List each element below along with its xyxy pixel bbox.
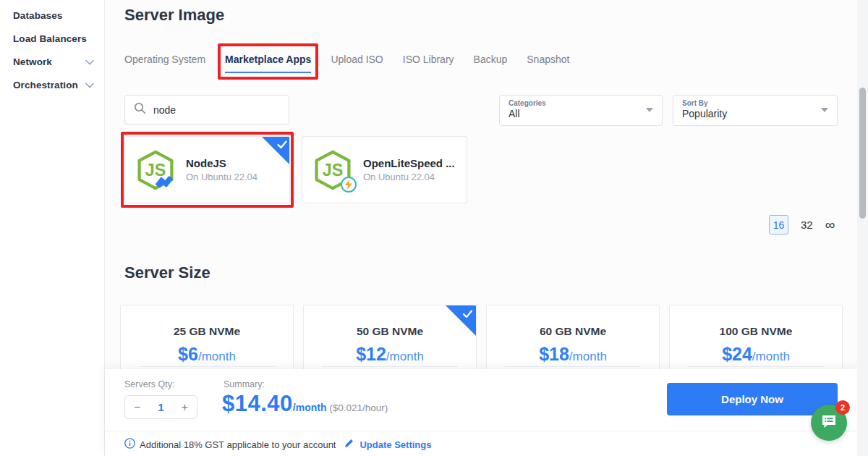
page-size-32[interactable]: 32: [801, 219, 813, 231]
plan-price: $12/month: [304, 344, 476, 365]
page-size-16[interactable]: 16: [769, 215, 788, 235]
categories-value: All: [509, 108, 653, 119]
deploy-summary-bar: Servers Qty: − 1 + Summary: $14.40/month…: [105, 369, 868, 456]
sidebar-item-databases[interactable]: Databases: [13, 7, 104, 23]
divider: [105, 431, 868, 431]
plan-storage: 60 GB NVMe: [487, 325, 659, 338]
plan-storage: 100 GB NVMe: [670, 325, 842, 338]
sort-by-select[interactable]: Sort By Popularity: [673, 95, 838, 126]
summary-label: Summary:: [224, 379, 265, 389]
app-card-titles: OpenLiteSpeed ... On Ubuntu 22.04: [363, 157, 455, 182]
divider: [505, 366, 641, 367]
nodejs-logo-icon: JS: [135, 149, 176, 191]
tab-operating-system[interactable]: Operating System: [124, 54, 205, 73]
check-icon: [462, 310, 473, 318]
gst-note-row: Additional 18% GST applicable to your ac…: [124, 438, 431, 451]
selected-check-ribbon: [446, 305, 476, 336]
plan-period: /month: [752, 350, 790, 363]
info-icon: [124, 438, 135, 451]
sidebar-item-orchestration[interactable]: Orchestration: [13, 77, 104, 93]
chevron-down-icon: [85, 56, 94, 67]
qty-decrease-button[interactable]: −: [134, 401, 140, 414]
sidebar-item-network[interactable]: Network: [13, 54, 104, 69]
divider: [688, 366, 824, 367]
categories-label: Categories: [509, 99, 653, 107]
svg-text:JS: JS: [323, 161, 344, 180]
summary-price-period: /month: [293, 402, 327, 413]
page-title: Server Image: [124, 6, 224, 25]
sidebar-item-label: Orchestration: [13, 80, 78, 90]
plan-amount: $24: [722, 344, 752, 364]
scrollbar-thumb[interactable]: [859, 88, 866, 219]
qty-increase-button[interactable]: +: [182, 401, 188, 414]
app-name: NodeJS: [186, 157, 258, 169]
qty-value: 1: [158, 401, 163, 413]
chevron-down-icon: [821, 108, 828, 112]
deploy-now-button[interactable]: Deploy Now: [667, 383, 838, 415]
divider: [322, 366, 458, 367]
chat-widget-button[interactable]: 2: [811, 405, 847, 441]
tab-upload-iso[interactable]: Upload ISO: [331, 54, 383, 73]
chat-bubble-icon: [820, 413, 838, 433]
app-subtitle: On Ubuntu 22.04: [363, 172, 455, 182]
main-content: Server Image Operating System Marketplac…: [105, 0, 868, 456]
sort-by-value: Popularity: [682, 108, 828, 119]
categories-select[interactable]: Categories All: [499, 95, 663, 126]
server-image-tabs: Operating System Marketplace Apps Upload…: [124, 54, 569, 73]
sidebar: Databases Load Balancers Network Orchest…: [0, 0, 105, 456]
plan-price: $6/month: [121, 344, 293, 365]
server-size-title: Server Size: [124, 263, 210, 282]
summary-price: $14.40/month ($0.021/hour): [222, 391, 388, 417]
summary-price-amount: $14.40: [222, 391, 293, 416]
sidebar-item-label: Load Balancers: [13, 33, 87, 44]
plan-amount: $18: [539, 344, 569, 364]
summary-price-hourly: ($0.021/hour): [326, 402, 388, 413]
plan-price: $24/month: [670, 344, 842, 365]
openlitespeed-logo-icon: JS: [312, 149, 353, 191]
pencil-icon: [344, 439, 354, 450]
app-card-openlitespeed[interactable]: JS OpenLiteSpeed ... On Ubuntu 22.04: [302, 136, 467, 203]
search-input[interactable]: [153, 104, 280, 116]
quantity-stepper: − 1 +: [124, 395, 197, 419]
app-name: OpenLiteSpeed ...: [363, 157, 455, 169]
page-size-selector: 16 32 ∞: [769, 215, 835, 235]
chat-unread-badge: 2: [835, 400, 850, 415]
search-icon: [134, 102, 146, 117]
plan-period: /month: [198, 350, 236, 363]
marketplace-apps-list: JS NodeJS On Ubuntu 22.04 JS: [124, 136, 467, 203]
page-size-infinity[interactable]: ∞: [825, 217, 835, 233]
plan-period: /month: [569, 350, 607, 363]
tab-snapshot[interactable]: Snapshot: [527, 54, 569, 73]
chevron-down-icon: [85, 80, 94, 90]
check-icon: [277, 140, 287, 149]
sidebar-item-load-balancers[interactable]: Load Balancers: [13, 30, 104, 46]
chevron-down-icon: [646, 108, 653, 112]
scrollbar-track[interactable]: [857, 0, 868, 456]
tab-iso-library[interactable]: ISO Library: [403, 54, 454, 73]
servers-qty-label: Servers Qty:: [124, 379, 174, 389]
lightning-bolt-icon: [341, 177, 357, 193]
plan-amount: $12: [356, 344, 386, 364]
plan-storage: 25 GB NVMe: [121, 325, 293, 338]
app-subtitle: On Ubuntu 22.04: [186, 172, 258, 182]
plan-period: /month: [386, 350, 424, 363]
svg-text:JS: JS: [145, 161, 166, 180]
sidebar-item-label: Network: [13, 56, 52, 67]
tab-label: Marketplace Apps: [225, 54, 311, 65]
tab-backup[interactable]: Backup: [474, 54, 508, 73]
update-settings-link[interactable]: Update Settings: [359, 439, 431, 450]
tab-marketplace-apps[interactable]: Marketplace Apps: [225, 54, 311, 73]
plan-amount: $6: [178, 344, 198, 364]
gst-note-text: Additional 18% GST applicable to your ac…: [140, 439, 336, 450]
plan-price: $18/month: [487, 344, 659, 365]
app-card-titles: NodeJS On Ubuntu 22.04: [186, 157, 258, 182]
app-card-nodejs[interactable]: JS NodeJS On Ubuntu 22.04: [124, 136, 290, 203]
sort-by-label: Sort By: [682, 99, 828, 107]
divider: [139, 366, 275, 367]
sidebar-item-label: Databases: [13, 10, 62, 21]
selected-check-ribbon: [262, 137, 289, 164]
app-search-box[interactable]: [124, 95, 289, 124]
